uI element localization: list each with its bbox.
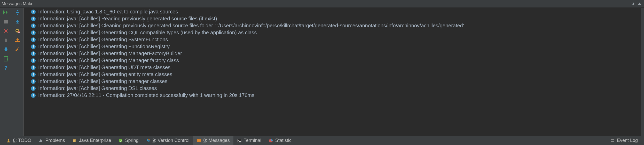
message-row[interactable]: iInformation: 27/04/16 22:11 - Compilati…: [24, 92, 644, 99]
help-icon[interactable]: ?: [0, 63, 12, 73]
message-row[interactable]: iInformation: java: [Achilles] Generatin…: [24, 57, 644, 64]
info-icon: i: [31, 44, 36, 49]
info-icon: i: [31, 10, 36, 14]
tab-statistic[interactable]: Statistic: [265, 136, 295, 145]
tab-todo[interactable]: 6: TODO: [3, 136, 35, 145]
tab-spring[interactable]: Spring: [115, 136, 142, 145]
tab-problems[interactable]: Problems: [35, 136, 68, 145]
build-settings-icon[interactable]: [12, 45, 24, 54]
info-icon: i: [31, 72, 36, 77]
settings-gear-icon[interactable]: [630, 1, 635, 7]
message-row[interactable]: iInformation: java: [Achilles] Generatin…: [24, 71, 644, 78]
info-icon: i: [31, 30, 36, 35]
hide-warnings-icon[interactable]: [12, 26, 24, 36]
export-icon[interactable]: [12, 36, 24, 45]
next-error-icon[interactable]: [0, 45, 12, 54]
spring-icon: [118, 138, 123, 143]
tab-terminal[interactable]: Terminal: [233, 136, 265, 145]
message-row[interactable]: iInformation: java: [Achilles] Reading p…: [24, 15, 644, 22]
expand-all-icon[interactable]: [12, 8, 24, 17]
svg-rect-0: [4, 20, 8, 23]
terminal-icon: [237, 138, 242, 143]
tab-version-control[interactable]: 9: Version Control: [142, 136, 193, 145]
message-row[interactable]: iInformation: Using javac 1.8.0_60-ea to…: [24, 8, 644, 15]
vcs-icon: [146, 138, 151, 143]
message-row[interactable]: iInformation: java: [Achilles] Generatin…: [24, 64, 644, 71]
hide-panel-icon[interactable]: [637, 1, 642, 7]
svg-rect-3: [18, 32, 20, 33]
svg-point-9: [119, 139, 122, 142]
svg-rect-13: [238, 139, 241, 142]
message-row[interactable]: iInformation: java: [Achilles] Generatin…: [24, 50, 644, 57]
java-ee-icon: [72, 138, 77, 143]
vertical-scrollbar[interactable]: [641, 8, 644, 136]
panel-title: Messages Make: [2, 1, 628, 6]
tool-gutter: ?: [0, 8, 24, 136]
info-icon: i: [31, 17, 36, 21]
todo-icon: [6, 138, 11, 143]
prev-error-icon[interactable]: [0, 36, 12, 45]
tab-messages[interactable]: 0: Messages: [193, 136, 233, 145]
statistic-icon: [269, 138, 273, 143]
rerun-icon[interactable]: [0, 8, 12, 17]
info-icon: i: [31, 37, 36, 42]
message-row[interactable]: iInformation: java: [Achilles] Cleaning …: [24, 22, 644, 29]
svg-rect-12: [198, 141, 200, 141]
message-row[interactable]: iInformation: java: [Achilles] Generatin…: [24, 78, 644, 85]
event-log-icon: [610, 138, 615, 143]
messages-icon: [197, 138, 201, 143]
info-icon: i: [31, 93, 36, 98]
info-icon: i: [31, 86, 36, 91]
info-icon: i: [31, 79, 36, 84]
svg-rect-16: [611, 140, 614, 141]
message-row[interactable]: iInformation: java: [Achilles] Generatin…: [24, 29, 644, 36]
info-icon: i: [31, 58, 36, 63]
info-icon: i: [31, 23, 36, 28]
messages-list: iInformation: Using javac 1.8.0_60-ea to…: [24, 8, 644, 136]
svg-rect-8: [73, 140, 75, 142]
problems-icon: [38, 138, 43, 143]
message-row[interactable]: iInformation: java: [Achilles] Generatin…: [24, 43, 644, 50]
svg-rect-11: [198, 140, 200, 140]
info-icon: i: [31, 51, 36, 56]
svg-rect-4: [15, 41, 20, 42]
svg-point-6: [8, 139, 9, 141]
info-icon: i: [31, 65, 36, 70]
stop-icon[interactable]: [0, 17, 12, 26]
collapse-all-icon[interactable]: [12, 17, 24, 26]
close-icon[interactable]: [0, 26, 12, 36]
message-row[interactable]: iInformation: java: [Achilles] Generatin…: [24, 85, 644, 92]
tab-java-enterprise[interactable]: Java Enterprise: [68, 136, 115, 145]
message-row[interactable]: iInformation: java: [Achilles] Generatin…: [24, 36, 644, 43]
open-file-icon[interactable]: [0, 54, 12, 63]
bottom-tool-tabs: 6: TODO Problems Java Enterprise Spring …: [0, 136, 644, 145]
panel-title-bar: Messages Make: [0, 0, 644, 8]
tab-event-log[interactable]: Event Log: [607, 136, 641, 145]
